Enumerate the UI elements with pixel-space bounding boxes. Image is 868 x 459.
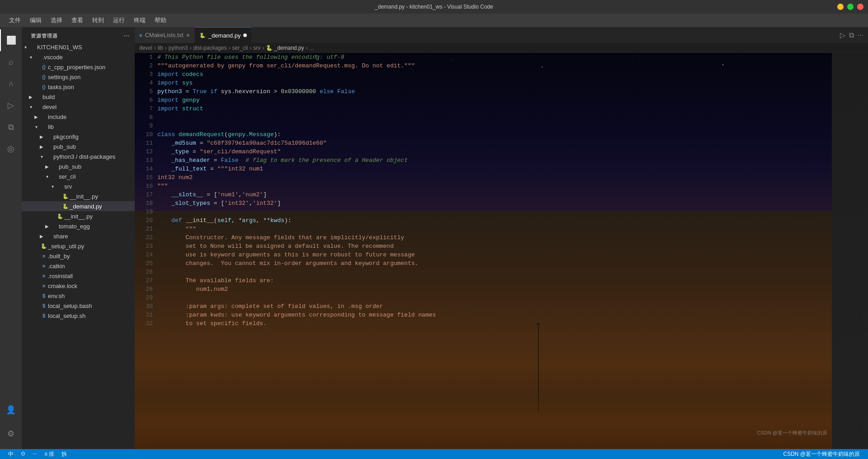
code-line-14[interactable]: _full_text = """int32 num1 bbox=[157, 165, 823, 173]
code-line-20[interactable]: def __init__(self, *args, **kwds): bbox=[157, 216, 823, 225]
code-line-15[interactable]: int32 num2 bbox=[157, 173, 823, 182]
source-control-icon[interactable]: ⑃ bbox=[0, 73, 22, 95]
tree-item-cmake_lock[interactable]: ≡ cmake.lock bbox=[22, 281, 135, 291]
code-line-5[interactable]: python3 = True if sys.hexversion > 0x030… bbox=[157, 87, 823, 96]
menu-item-文件[interactable]: 文件 bbox=[5, 16, 25, 24]
more-editor-actions[interactable]: ··· bbox=[858, 31, 863, 39]
code-line-4[interactable]: import sys bbox=[157, 79, 823, 87]
code-line-2[interactable]: """autogenerated by genpy from ser_cli/d… bbox=[157, 62, 823, 70]
run-icon[interactable]: ▷ bbox=[0, 95, 22, 116]
cmake-tab[interactable]: ≡ CMakeLists.txt × bbox=[135, 27, 195, 43]
code-line-9[interactable] bbox=[157, 122, 823, 130]
code-line-6[interactable]: import genpy bbox=[157, 96, 823, 104]
code-line-18[interactable]: _slot_types = ['int32','int32'] bbox=[157, 199, 823, 208]
code-line-16[interactable]: """ bbox=[157, 182, 823, 190]
close-button[interactable] bbox=[857, 4, 863, 10]
tree-item-vscode[interactable]: ▾ .vscode bbox=[22, 52, 135, 62]
tab-close-btn[interactable]: × bbox=[186, 32, 190, 39]
code-text[interactable]: # This Python file uses the following en… bbox=[157, 53, 832, 449]
status-item-left-0[interactable]: 中 bbox=[5, 450, 17, 458]
code-line-30[interactable]: :param args: complete set of field value… bbox=[157, 302, 823, 311]
tree-label-c_cpp: c_cpp_properties.json bbox=[48, 64, 135, 71]
code-editor[interactable]: 1234567891011121314151617181920212223242… bbox=[135, 53, 868, 449]
run-editor-button[interactable]: ▷ bbox=[840, 31, 845, 39]
sidebar-more-actions[interactable]: ··· bbox=[123, 32, 129, 40]
tree-item-rosinstall[interactable]: ≡ .rosinstall bbox=[22, 271, 135, 281]
code-line-8[interactable] bbox=[157, 113, 823, 122]
menu-item-转到[interactable]: 转到 bbox=[88, 16, 108, 24]
code-line-29[interactable] bbox=[157, 293, 823, 302]
tree-item-init_py1[interactable]: 🐍 __init__.py bbox=[22, 191, 135, 201]
ros-icon[interactable]: ◎ bbox=[0, 138, 22, 160]
tree-item-python3_dist[interactable]: ▾ python3 / dist-packages bbox=[22, 151, 135, 161]
search-icon[interactable]: ⌕ bbox=[0, 51, 22, 73]
tree-item-pkgconfig[interactable]: ▶ pkgconfig bbox=[22, 132, 135, 142]
tree-item-local_setup_bash[interactable]: $ local_setup.bash bbox=[22, 301, 135, 311]
code-line-23[interactable]: set to None will be assigned a default v… bbox=[157, 242, 823, 251]
code-line-25[interactable]: changes. You cannot mix in-order argumen… bbox=[157, 259, 823, 268]
tree-item-tomato_egg[interactable]: ▶ tomato_egg bbox=[22, 221, 135, 231]
minimize-button[interactable] bbox=[837, 4, 844, 10]
tree-label-share: share bbox=[53, 233, 135, 240]
code-line-13[interactable]: _has_header = False # flag to mark the p… bbox=[157, 156, 823, 165]
tree-item-built_by[interactable]: ≡ .built_by bbox=[22, 251, 135, 261]
code-line-11[interactable]: _md5sum = "c68f3979e1a90aac7d1c75a1096d1… bbox=[157, 139, 823, 147]
line-number-2: 2 bbox=[135, 62, 153, 70]
code-line-26[interactable] bbox=[157, 268, 823, 276]
extensions-icon[interactable]: ⧉ bbox=[0, 116, 22, 138]
code-line-10[interactable]: class demandRequest(genpy.Message): bbox=[157, 130, 823, 139]
menu-item-终端[interactable]: 终端 bbox=[129, 16, 150, 24]
status-item-left-2[interactable]: ··· bbox=[29, 450, 41, 457]
status-item-left-3[interactable]: ≡ 排 bbox=[41, 450, 58, 458]
tree-item-kitchen01_ws[interactable]: ▾ KITCHEN01_WS bbox=[22, 42, 135, 52]
status-item-left-1[interactable]: ⊙ bbox=[17, 450, 29, 457]
tree-item-init_py2[interactable]: 🐍 __init__.py bbox=[22, 211, 135, 221]
tree-item-pub_sub2[interactable]: ▶ pub_sub bbox=[22, 161, 135, 171]
tree-item-srv[interactable]: ▾ srv bbox=[22, 181, 135, 191]
code-line-7[interactable]: import struct bbox=[157, 104, 823, 113]
settings-icon[interactable]: ⚙ bbox=[0, 423, 22, 445]
account-icon[interactable]: 👤 bbox=[0, 399, 22, 421]
code-line-19[interactable] bbox=[157, 208, 823, 216]
code-line-12[interactable]: _type = "ser_cli/demandRequest" bbox=[157, 147, 823, 156]
status-item-left-4[interactable]: 拆 bbox=[58, 450, 71, 458]
tree-item-c_cpp[interactable]: {} c_cpp_properties.json bbox=[22, 62, 135, 72]
tree-item-demand_py[interactable]: 🐍 _demand.py bbox=[22, 201, 135, 211]
tree-item-setup_util[interactable]: 🐍 _setup_util.py bbox=[22, 241, 135, 251]
demand-tab[interactable]: 🐍 _demand.py bbox=[195, 27, 252, 43]
code-line-27[interactable]: The available fields are: bbox=[157, 276, 823, 285]
tree-item-ser_cli[interactable]: ▾ ser_cli bbox=[22, 171, 135, 181]
file-icon-tasks: {} bbox=[40, 84, 48, 90]
tree-item-tasks[interactable]: {} tasks.json bbox=[22, 82, 135, 92]
code-line-32[interactable]: to set specific fields. bbox=[157, 319, 823, 328]
tree-arrow-vscode: ▾ bbox=[27, 55, 34, 60]
tree-item-catkin[interactable]: ≡ .catkin bbox=[22, 261, 135, 271]
menu-item-帮助[interactable]: 帮助 bbox=[150, 16, 171, 24]
tree-item-settings[interactable]: {} settings.json bbox=[22, 72, 135, 82]
tree-item-lib[interactable]: ▾ lib bbox=[22, 122, 135, 132]
tree-item-devel[interactable]: ▾ devel bbox=[22, 102, 135, 112]
line-number-8: 8 bbox=[135, 113, 153, 122]
menu-item-选择[interactable]: 选择 bbox=[46, 16, 67, 24]
explorer-icon[interactable]: ⬜ bbox=[0, 29, 22, 51]
tree-item-build[interactable]: ▶ build bbox=[22, 92, 135, 102]
tree-item-include[interactable]: ▶ include bbox=[22, 112, 135, 122]
menu-item-运行[interactable]: 运行 bbox=[108, 16, 129, 24]
split-editor-button[interactable]: ⧉ bbox=[849, 31, 854, 39]
tree-item-local_setup_sh[interactable]: $ local_setup.sh bbox=[22, 311, 135, 321]
code-line-1[interactable]: # This Python file uses the following en… bbox=[157, 53, 823, 62]
tree-item-share[interactable]: ▶ share bbox=[22, 231, 135, 241]
code-line-21[interactable]: """ bbox=[157, 225, 823, 233]
tree-item-env_sh[interactable]: $ env.sh bbox=[22, 291, 135, 301]
code-line-28[interactable]: num1,num2 bbox=[157, 285, 823, 293]
code-content[interactable]: 1234567891011121314151617181920212223242… bbox=[135, 53, 832, 449]
code-line-31[interactable]: :param kwds: use keyword arguments corre… bbox=[157, 311, 823, 319]
code-line-24[interactable]: use is keyword arguments as this is more… bbox=[157, 251, 823, 259]
code-line-17[interactable]: __slots__ = ['num1','num2'] bbox=[157, 190, 823, 199]
code-line-22[interactable]: Constructor. Any message fields that are… bbox=[157, 233, 823, 242]
menu-item-查看[interactable]: 查看 bbox=[67, 16, 88, 24]
tree-item-pub_sub[interactable]: ▶ pub_sub bbox=[22, 142, 135, 151]
code-line-3[interactable]: import codecs bbox=[157, 70, 823, 79]
maximize-button[interactable] bbox=[847, 4, 854, 10]
menu-item-编辑[interactable]: 编辑 bbox=[25, 16, 46, 24]
